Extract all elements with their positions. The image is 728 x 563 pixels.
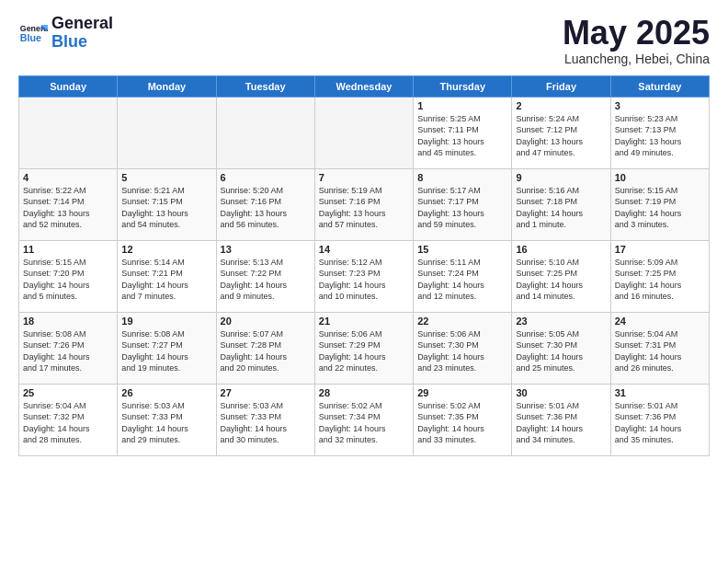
table-row: 12Sunrise: 5:14 AM Sunset: 7:21 PM Dayli… <box>118 240 216 312</box>
day-number: 27 <box>221 387 311 398</box>
table-row: 29Sunrise: 5:02 AM Sunset: 7:35 PM Dayli… <box>414 384 512 455</box>
day-number: 9 <box>516 172 606 183</box>
table-row: 1Sunrise: 5:25 AM Sunset: 7:11 PM Daylig… <box>414 97 512 168</box>
day-number: 3 <box>615 100 705 111</box>
day-number: 28 <box>319 387 409 398</box>
header-row: Sunday Monday Tuesday Wednesday Thursday… <box>19 75 710 97</box>
day-info: Sunrise: 5:06 AM Sunset: 7:30 PM Dayligh… <box>417 328 507 374</box>
day-number: 13 <box>221 244 311 255</box>
col-monday: Monday <box>118 75 216 97</box>
table-row: 13Sunrise: 5:13 AM Sunset: 7:22 PM Dayli… <box>216 240 314 312</box>
day-info: Sunrise: 5:02 AM Sunset: 7:34 PM Dayligh… <box>319 400 409 446</box>
day-info: Sunrise: 5:25 AM Sunset: 7:11 PM Dayligh… <box>417 113 507 159</box>
table-row: 8Sunrise: 5:17 AM Sunset: 7:17 PM Daylig… <box>414 168 512 240</box>
day-info: Sunrise: 5:06 AM Sunset: 7:29 PM Dayligh… <box>319 328 409 374</box>
day-number: 11 <box>23 244 113 255</box>
table-row: 10Sunrise: 5:15 AM Sunset: 7:19 PM Dayli… <box>610 168 709 240</box>
day-number: 8 <box>417 172 507 183</box>
day-number: 21 <box>319 316 409 327</box>
day-info: Sunrise: 5:12 AM Sunset: 7:23 PM Dayligh… <box>319 257 409 303</box>
day-info: Sunrise: 5:22 AM Sunset: 7:14 PM Dayligh… <box>23 185 113 231</box>
logo-icon: General Blue <box>18 18 48 48</box>
table-row: 22Sunrise: 5:06 AM Sunset: 7:30 PM Dayli… <box>414 312 512 384</box>
day-info: Sunrise: 5:04 AM Sunset: 7:32 PM Dayligh… <box>23 400 113 446</box>
day-number: 2 <box>516 100 606 111</box>
col-friday: Friday <box>512 75 610 97</box>
table-row <box>19 97 118 168</box>
table-row: 14Sunrise: 5:12 AM Sunset: 7:23 PM Dayli… <box>314 240 413 312</box>
day-number: 20 <box>221 316 311 327</box>
calendar-week-row: 4Sunrise: 5:22 AM Sunset: 7:14 PM Daylig… <box>19 168 710 240</box>
logo-text-general: General <box>51 15 113 33</box>
day-info: Sunrise: 5:01 AM Sunset: 7:36 PM Dayligh… <box>516 400 606 446</box>
table-row: 5Sunrise: 5:21 AM Sunset: 7:15 PM Daylig… <box>118 168 216 240</box>
table-row: 20Sunrise: 5:07 AM Sunset: 7:28 PM Dayli… <box>216 312 314 384</box>
day-info: Sunrise: 5:03 AM Sunset: 7:33 PM Dayligh… <box>221 400 311 446</box>
day-number: 12 <box>121 244 211 255</box>
day-number: 24 <box>615 316 705 327</box>
day-info: Sunrise: 5:15 AM Sunset: 7:19 PM Dayligh… <box>615 185 705 231</box>
day-number: 19 <box>121 316 211 327</box>
col-saturday: Saturday <box>610 75 709 97</box>
table-row <box>314 97 413 168</box>
table-row: 3Sunrise: 5:23 AM Sunset: 7:13 PM Daylig… <box>610 97 709 168</box>
day-info: Sunrise: 5:01 AM Sunset: 7:36 PM Dayligh… <box>615 400 705 446</box>
day-info: Sunrise: 5:21 AM Sunset: 7:15 PM Dayligh… <box>121 185 211 231</box>
day-info: Sunrise: 5:08 AM Sunset: 7:27 PM Dayligh… <box>121 328 211 374</box>
logo: General Blue General Blue <box>18 15 113 52</box>
table-row: 16Sunrise: 5:10 AM Sunset: 7:25 PM Dayli… <box>512 240 610 312</box>
day-number: 5 <box>121 172 211 183</box>
col-sunday: Sunday <box>19 75 118 97</box>
day-number: 17 <box>615 244 705 255</box>
day-number: 7 <box>319 172 409 183</box>
table-row: 27Sunrise: 5:03 AM Sunset: 7:33 PM Dayli… <box>216 384 314 455</box>
day-info: Sunrise: 5:13 AM Sunset: 7:22 PM Dayligh… <box>221 257 311 303</box>
day-info: Sunrise: 5:16 AM Sunset: 7:18 PM Dayligh… <box>516 185 606 231</box>
table-row: 25Sunrise: 5:04 AM Sunset: 7:32 PM Dayli… <box>19 384 118 455</box>
day-number: 30 <box>516 387 606 398</box>
location-subtitle: Luancheng, Hebei, China <box>563 52 710 66</box>
table-row: 9Sunrise: 5:16 AM Sunset: 7:18 PM Daylig… <box>512 168 610 240</box>
day-number: 29 <box>417 387 507 398</box>
table-row: 31Sunrise: 5:01 AM Sunset: 7:36 PM Dayli… <box>610 384 709 455</box>
table-row: 11Sunrise: 5:15 AM Sunset: 7:20 PM Dayli… <box>19 240 118 312</box>
day-number: 6 <box>221 172 311 183</box>
title-block: May 2025 Luancheng, Hebei, China <box>563 15 710 66</box>
day-info: Sunrise: 5:23 AM Sunset: 7:13 PM Dayligh… <box>615 113 705 159</box>
table-row: 18Sunrise: 5:08 AM Sunset: 7:26 PM Dayli… <box>19 312 118 384</box>
day-number: 22 <box>417 316 507 327</box>
day-info: Sunrise: 5:24 AM Sunset: 7:12 PM Dayligh… <box>516 113 606 159</box>
col-tuesday: Tuesday <box>216 75 314 97</box>
table-row: 21Sunrise: 5:06 AM Sunset: 7:29 PM Dayli… <box>314 312 413 384</box>
col-wednesday: Wednesday <box>314 75 413 97</box>
calendar-table: Sunday Monday Tuesday Wednesday Thursday… <box>18 75 710 456</box>
day-info: Sunrise: 5:04 AM Sunset: 7:31 PM Dayligh… <box>615 328 705 374</box>
day-number: 1 <box>417 100 507 111</box>
day-info: Sunrise: 5:07 AM Sunset: 7:28 PM Dayligh… <box>221 328 311 374</box>
svg-text:Blue: Blue <box>20 32 41 43</box>
calendar-week-row: 18Sunrise: 5:08 AM Sunset: 7:26 PM Dayli… <box>19 312 710 384</box>
calendar-page: General Blue General Blue May 2025 Luanc… <box>0 0 728 465</box>
day-number: 10 <box>615 172 705 183</box>
day-number: 16 <box>516 244 606 255</box>
calendar-week-row: 25Sunrise: 5:04 AM Sunset: 7:32 PM Dayli… <box>19 384 710 455</box>
day-number: 4 <box>23 172 113 183</box>
table-row <box>216 97 314 168</box>
table-row <box>118 97 216 168</box>
header: General Blue General Blue May 2025 Luanc… <box>18 15 710 66</box>
day-info: Sunrise: 5:14 AM Sunset: 7:21 PM Dayligh… <box>121 257 211 303</box>
table-row: 23Sunrise: 5:05 AM Sunset: 7:30 PM Dayli… <box>512 312 610 384</box>
table-row: 24Sunrise: 5:04 AM Sunset: 7:31 PM Dayli… <box>610 312 709 384</box>
day-info: Sunrise: 5:15 AM Sunset: 7:20 PM Dayligh… <box>23 257 113 303</box>
calendar-week-row: 11Sunrise: 5:15 AM Sunset: 7:20 PM Dayli… <box>19 240 710 312</box>
table-row: 19Sunrise: 5:08 AM Sunset: 7:27 PM Dayli… <box>118 312 216 384</box>
day-info: Sunrise: 5:05 AM Sunset: 7:30 PM Dayligh… <box>516 328 606 374</box>
day-number: 25 <box>23 387 113 398</box>
day-info: Sunrise: 5:08 AM Sunset: 7:26 PM Dayligh… <box>23 328 113 374</box>
table-row: 26Sunrise: 5:03 AM Sunset: 7:33 PM Dayli… <box>118 384 216 455</box>
table-row: 30Sunrise: 5:01 AM Sunset: 7:36 PM Dayli… <box>512 384 610 455</box>
day-number: 14 <box>319 244 409 255</box>
day-number: 23 <box>516 316 606 327</box>
table-row: 6Sunrise: 5:20 AM Sunset: 7:16 PM Daylig… <box>216 168 314 240</box>
day-number: 31 <box>615 387 705 398</box>
